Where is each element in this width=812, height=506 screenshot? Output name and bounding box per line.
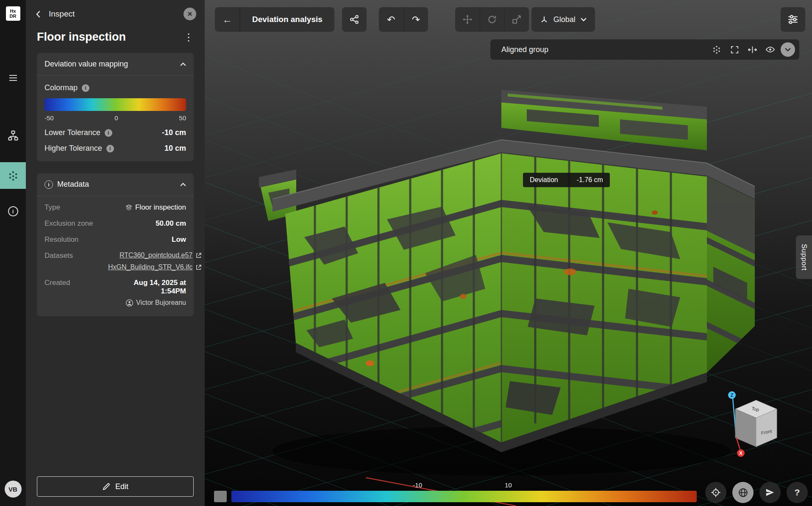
axis-z-label: Z	[731, 393, 734, 398]
logo-line2: DR	[10, 14, 17, 19]
metadata-header[interactable]: i Metadata	[37, 173, 194, 196]
panel-header: Inspect ×	[26, 0, 205, 28]
aligned-group-bar: Aligned group	[490, 39, 799, 60]
point-cloud-icon	[712, 45, 721, 54]
move-button[interactable]	[455, 7, 480, 32]
tooltip-label: Deviation	[530, 176, 558, 184]
measure-distance-button[interactable]	[745, 42, 759, 57]
created-label: Created	[44, 279, 108, 287]
send-feedback-button[interactable]	[759, 482, 781, 503]
created-value: Aug 14, 2025 at 1:54PM	[108, 279, 186, 296]
scale-mid: 0	[114, 114, 118, 122]
created-by-name: Victor Bujoreanu	[136, 299, 186, 307]
title-group: ← Deviation analysis	[215, 7, 334, 32]
page-title: Floor inspection	[37, 30, 126, 44]
scale-icon	[512, 14, 522, 25]
aligned-group-title: Aligned group	[501, 45, 548, 54]
user-avatar[interactable]: VB	[5, 481, 22, 498]
support-tab[interactable]: Support	[796, 235, 812, 279]
globe-view-button[interactable]	[732, 482, 754, 503]
viewport-3d[interactable]: ← Deviation analysis ↶ ↷	[205, 0, 812, 506]
chevron-down-icon	[581, 17, 587, 22]
meta-row-type: Type Floor inspection	[37, 199, 194, 216]
edit-button-label: Edit	[115, 482, 128, 491]
paper-plane-icon	[765, 488, 775, 497]
share-button[interactable]	[342, 7, 367, 32]
deviation-mapping-body: Colormap i -50 0 50 Lower Tolerance i -1…	[37, 76, 194, 161]
lower-tolerance-label: Lower Tolerance	[44, 128, 100, 137]
higher-tolerance-row: Higher Tolerance i 10 cm	[44, 144, 186, 153]
app-root: Hx DR i VB Inspect × Floor inspection ⋮	[0, 0, 812, 506]
meta-row-resolution: Resolution Low	[37, 232, 194, 248]
dataset-link-2[interactable]: HxGN_Building_STR_V6.ifc	[108, 263, 202, 271]
chevron-left-icon	[36, 11, 40, 18]
panel-title-row: Floor inspection ⋮	[26, 28, 205, 53]
visibility-button[interactable]	[763, 42, 777, 57]
panel-back-button[interactable]	[34, 9, 42, 19]
colormap-scale: -50 0 50	[44, 114, 186, 122]
resolution-label: Resolution	[44, 235, 108, 244]
metadata-info-icon: i	[44, 180, 53, 189]
inspect-panel: Inspect × Floor inspection ⋮ Deviation v…	[26, 0, 205, 506]
meta-row-datasets: Datasets RTC360_pointcloud.e57 HxGN_Buil…	[37, 248, 194, 275]
back-arrow-icon: ←	[222, 14, 232, 25]
global-dropdown[interactable]: Global	[531, 7, 595, 32]
external-link-icon	[195, 264, 202, 271]
rotate-button[interactable]	[480, 7, 504, 32]
info-button[interactable]: i	[0, 202, 26, 221]
help-button[interactable]: ?	[787, 482, 808, 503]
point-cloud-toggle-button[interactable]	[709, 42, 724, 57]
edit-button[interactable]: Edit	[37, 476, 194, 497]
sliders-icon	[787, 14, 798, 25]
higher-tolerance-info-icon[interactable]: i	[106, 145, 114, 152]
metadata-card: i Metadata Type Floor inspection Exclusi…	[37, 173, 194, 316]
undo-button[interactable]: ↶	[379, 7, 403, 32]
created-by: Victor Bujoreanu	[126, 299, 186, 307]
redo-icon: ↷	[412, 14, 420, 25]
deviation-mapping-header[interactable]: Deviation value mapping	[37, 53, 194, 75]
project-structure-button[interactable]	[0, 126, 26, 145]
pencil-icon	[102, 483, 110, 491]
exclusion-value: 50.00 cm	[156, 219, 186, 228]
datasets-label: Datasets	[44, 252, 108, 260]
locate-button[interactable]	[705, 482, 726, 503]
question-mark-icon: ?	[795, 487, 800, 498]
view-settings-button[interactable]	[781, 7, 805, 32]
close-icon: ×	[187, 9, 192, 19]
person-icon	[126, 299, 133, 307]
layers-icon	[125, 204, 132, 211]
meta-row-created: Created Aug 14, 2025 at 1:54PM Victor Bu…	[37, 275, 194, 310]
crosshair-icon	[711, 487, 721, 498]
dataset-name: HxGN_Building_STR_V6.ifc	[108, 263, 192, 271]
back-button[interactable]: ←	[215, 7, 239, 32]
lower-tolerance-info-icon[interactable]: i	[105, 129, 112, 137]
redo-button[interactable]: ↷	[403, 7, 428, 32]
axis-x-label: X	[739, 451, 742, 456]
hxdr-logo: Hx DR	[6, 6, 20, 21]
viewport-actions: ?	[705, 482, 808, 503]
undo-icon: ↶	[387, 14, 395, 25]
hierarchy-icon	[8, 130, 19, 141]
collapse-group-button[interactable]	[781, 42, 795, 57]
kebab-menu-button[interactable]: ⋮	[184, 31, 194, 43]
left-rail: Hx DR i VB	[0, 0, 26, 506]
scale-button[interactable]	[504, 7, 529, 32]
tooltip-value: -1.76 cm	[577, 176, 603, 184]
share-icon	[350, 15, 359, 24]
zoom-to-fit-button[interactable]	[727, 42, 742, 57]
panel-close-button[interactable]: ×	[184, 8, 196, 20]
deviation-tooltip: Deviation -1.76 cm	[523, 173, 610, 187]
menu-button[interactable]	[0, 68, 26, 88]
inspect-tool-button[interactable]	[0, 162, 26, 189]
colormap-info-icon[interactable]: i	[82, 84, 89, 92]
type-label: Type	[44, 203, 108, 212]
global-label: Global	[553, 15, 576, 24]
navigation-cube[interactable]: Z Top Front X	[728, 389, 785, 463]
dataset-link-1[interactable]: RTC360_pointcloud.e57	[120, 252, 202, 259]
panel-header-title: Inspect	[49, 9, 75, 19]
lower-tolerance-value: -10 cm	[162, 128, 186, 137]
deviation-scale-bar	[231, 491, 697, 502]
resolution-value: Low	[172, 235, 186, 244]
type-value: Floor inspection	[125, 203, 186, 212]
toolbar-title: Deviation analysis	[239, 7, 334, 32]
